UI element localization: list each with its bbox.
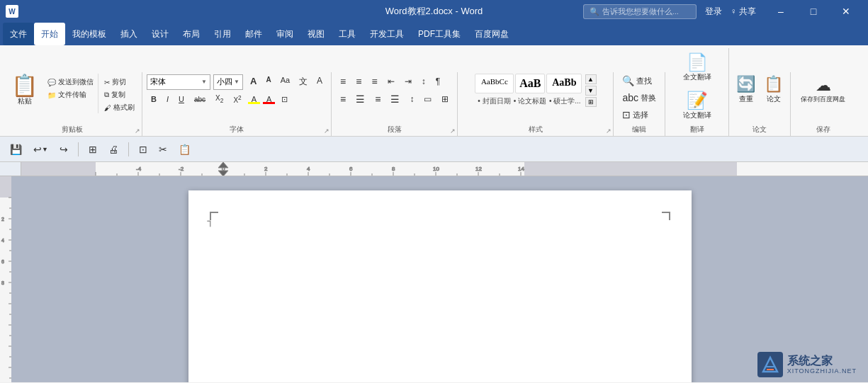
format-check-button[interactable]: ⊡ (135, 142, 152, 157)
paragraph-label: 段落 (332, 125, 457, 135)
border-button[interactable]: ⊡ (277, 93, 292, 106)
login-button[interactable]: 登录 (705, 6, 722, 18)
numbering-button[interactable]: ≡ (351, 74, 366, 89)
font-color-button[interactable]: A (262, 93, 276, 105)
window-title: Word教程2.docx - Word (385, 5, 483, 18)
menu-item-home[interactable]: 开始 (34, 23, 65, 45)
highlight-color-button[interactable]: A (247, 93, 261, 105)
align-right-button[interactable]: ≡ (371, 91, 385, 107)
find-button[interactable]: 🔍 查找 (618, 74, 656, 88)
format-painter-button[interactable]: 🖌 格式刷 (101, 102, 137, 113)
justify-button[interactable]: ☰ (386, 91, 404, 107)
restore-button[interactable]: □ (797, 0, 830, 23)
select-button[interactable]: ⊡ 选择 (618, 108, 653, 122)
indent-increase-button[interactable]: ⇥ (400, 74, 416, 88)
ruler-side (0, 162, 21, 176)
qa-separator1 (78, 142, 79, 156)
full-translate-button[interactable]: 📄 全文翻译 (677, 50, 717, 85)
style-heading1[interactable]: AaB (515, 74, 545, 93)
sort-button[interactable]: ↕ (417, 74, 430, 88)
menu-item-references[interactable]: 引用 (207, 23, 238, 45)
undo-dropdown[interactable]: ▼ (42, 146, 48, 153)
paper-action-button[interactable]: 📋 论文 (761, 74, 786, 105)
print-button[interactable]: 🖨 (104, 142, 123, 157)
font-decrease-button[interactable]: A (261, 74, 275, 90)
check-repeat-button[interactable]: 🔄 查重 (733, 74, 758, 105)
underline-button[interactable]: U (174, 93, 188, 105)
save-cloud-button[interactable]: ☁ 保存到百度网盘 (795, 74, 851, 107)
menu-item-template[interactable]: 我的模板 (65, 23, 113, 45)
send-wechat-button[interactable]: 💬 发送到微信 (45, 76, 96, 88)
title-left: W (6, 5, 18, 18)
svg-text:4: 4 (307, 166, 310, 172)
paragraph-expand[interactable]: ↗ (450, 127, 456, 135)
replace-button[interactable]: abc 替换 (618, 91, 660, 105)
menu-item-developer[interactable]: 开发工具 (363, 23, 411, 45)
bullets-button[interactable]: ≡ (336, 74, 350, 89)
title-bar: W Word教程2.docx - Word 🔍 告诉我您想要做什么... 登录 … (0, 0, 868, 23)
redo-button[interactable]: ↪ (55, 142, 72, 157)
italic-button[interactable]: I (162, 93, 173, 105)
document-page[interactable]: ⌐ (188, 190, 692, 382)
paste-button[interactable]: 📋 粘贴 (7, 74, 42, 108)
clipboard-expand[interactable]: ↗ (135, 127, 140, 135)
styles-scroll-down[interactable]: ▼ (585, 86, 597, 96)
paper-translate-button[interactable]: 📝 论文翻译 (677, 88, 717, 123)
font-clear-button[interactable]: A (312, 74, 327, 90)
save-qa-button[interactable]: 💾 (6, 142, 26, 157)
align-left-button[interactable]: ≡ (336, 91, 350, 107)
copy-button[interactable]: ⧉ 复制 (101, 89, 137, 101)
style-heading2[interactable]: AaBb (546, 74, 582, 93)
document-canvas[interactable]: ⌐ (11, 176, 868, 382)
svg-text:14: 14 (518, 166, 524, 172)
menu-item-design[interactable]: 设计 (145, 23, 176, 45)
svg-rect-3 (524, 162, 737, 176)
border-para-button[interactable]: ⊞ (437, 92, 453, 106)
align-center-button[interactable]: ☰ (351, 91, 369, 107)
menu-item-mail[interactable]: 邮件 (238, 23, 269, 45)
shading-button[interactable]: ▭ (419, 92, 436, 106)
menu-item-layout[interactable]: 布局 (176, 23, 207, 45)
font-name-select[interactable]: 宋体 ▼ (147, 74, 210, 90)
outline-button[interactable]: ≡ (367, 74, 381, 89)
title-search-box[interactable]: 🔍 告诉我您想要做什么... (583, 4, 697, 19)
subscript-button[interactable]: X2 (211, 92, 227, 106)
menu-item-review[interactable]: 审阅 (269, 23, 300, 45)
file-transfer-button[interactable]: 📁 文件传输 (45, 89, 96, 101)
menu-item-file[interactable]: 文件 (3, 23, 34, 45)
strikethrough-button[interactable]: abc (190, 93, 210, 105)
show-hide-button[interactable]: ¶ (432, 74, 444, 88)
horizontal-ruler: -4 -2 0 2 4 6 8 10 12 (21, 162, 868, 176)
replace-icon: abc (622, 92, 638, 103)
styles-scroll-up[interactable]: ▲ (585, 74, 597, 84)
layout-view-button[interactable]: ⊞ (84, 142, 101, 157)
styles-expand[interactable]: ↗ (606, 127, 611, 135)
styles-more-button[interactable]: ⊞ (585, 97, 597, 107)
menu-item-view[interactable]: 视图 (300, 23, 332, 45)
cut-button[interactable]: ✂ 剪切 (101, 76, 137, 88)
share-button[interactable]: ♀ 共享 (731, 6, 756, 18)
font-color-a-button[interactable]: 文 (295, 74, 312, 90)
menu-item-pdf[interactable]: PDF工具集 (411, 23, 468, 45)
translate-paper-icon: 📝 (687, 91, 708, 110)
line-spacing-button[interactable]: ↕ (405, 92, 418, 106)
font-size-select[interactable]: 小四 ▼ (213, 74, 243, 90)
clipboard-qa-button[interactable]: ✂ (154, 142, 171, 157)
para-controls: ≡ ≡ ≡ ⇤ ⇥ ↕ ¶ ≡ ☰ ≡ ☰ ↕ ▭ ⊞ (336, 74, 453, 107)
menu-item-baidu[interactable]: 百度网盘 (468, 23, 516, 45)
clipboard-label: 剪贴板 (3, 125, 142, 135)
minimize-button[interactable]: – (765, 0, 797, 23)
font-case-button[interactable]: Aa (276, 74, 294, 90)
menu-item-tools[interactable]: 工具 (332, 23, 363, 45)
undo-button[interactable]: ↩ ▼ (29, 142, 52, 157)
paste-qa-button[interactable]: 📋 (174, 142, 195, 157)
superscript-button[interactable]: X2 (229, 92, 245, 106)
title-right-actions: 🔍 告诉我您想要做什么... 登录 ♀ 共享 – □ ✕ (583, 0, 862, 23)
font-expand[interactable]: ↗ (324, 127, 329, 135)
font-increase-button[interactable]: A (246, 74, 261, 90)
bold-button[interactable]: B (147, 93, 161, 105)
close-button[interactable]: ✕ (830, 0, 862, 23)
style-normal[interactable]: AaBbCc (475, 74, 514, 93)
menu-item-insert[interactable]: 插入 (113, 23, 145, 45)
indent-decrease-button[interactable]: ⇤ (383, 74, 399, 88)
